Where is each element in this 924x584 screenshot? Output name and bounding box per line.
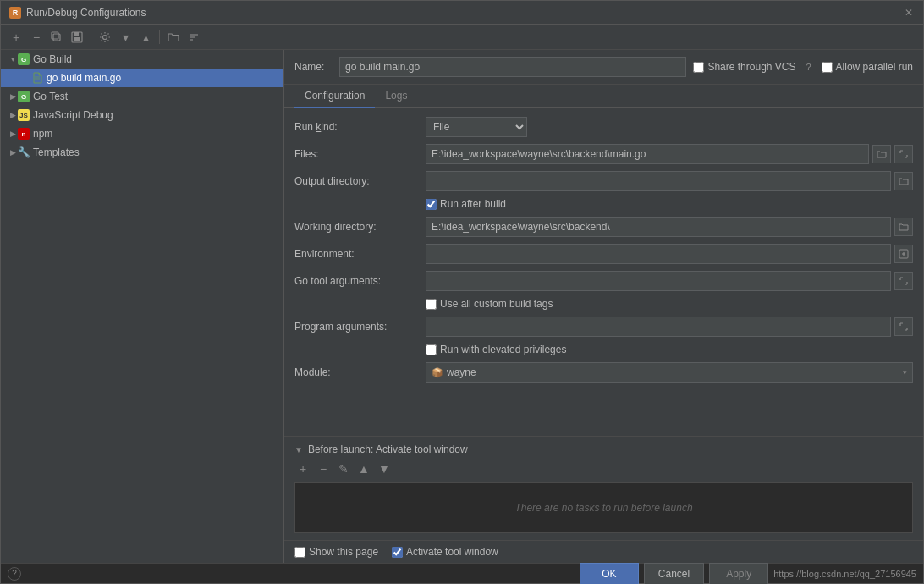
run-elevated-row: Run with elevated privileges — [426, 344, 913, 355]
chevron-up-button[interactable]: ▴ — [137, 29, 154, 46]
output-directory-input[interactable] — [426, 171, 891, 191]
templates-icon: 🔧 — [18, 146, 30, 158]
use-all-custom-checkbox[interactable] — [426, 299, 437, 310]
share-through-vcs-checkbox[interactable] — [693, 62, 704, 73]
add-configuration-button[interactable]: + — [8, 29, 25, 46]
run-kind-select[interactable]: File Directory Package — [426, 117, 527, 137]
go-file-icon — [31, 72, 43, 84]
javascript-debug-label: JavaScript Debug — [33, 109, 113, 121]
files-row: Files: — [294, 144, 913, 164]
sidebar-item-go-build-main[interactable]: ▾ go build main.go — [1, 69, 283, 87]
go-build-main-label: go build main.go — [47, 72, 121, 84]
go-test-chevron-icon: ▶ — [8, 91, 18, 102]
before-launch-collapse-button[interactable]: ▼ — [294, 445, 303, 455]
sidebar-item-javascript-debug[interactable]: ▶ JS JavaScript Debug — [1, 106, 283, 124]
files-input[interactable] — [426, 144, 869, 164]
npm-chevron-icon: ▶ — [8, 129, 18, 139]
files-expand-button[interactable] — [894, 145, 913, 163]
share-through-vcs-label[interactable]: Share through VCS — [693, 61, 795, 73]
sidebar-item-go-test[interactable]: ▶ G Go Test — [1, 87, 283, 106]
tabs: Configuration Logs — [284, 85, 923, 108]
go-tool-arguments-expand-button[interactable] — [894, 272, 913, 290]
before-launch-down-button[interactable]: ▼ — [376, 460, 393, 477]
svg-rect-3 — [74, 32, 79, 36]
show-page-text: Show this page — [309, 546, 378, 558]
go-test-icon: G — [18, 91, 30, 102]
settings-button[interactable] — [96, 29, 113, 46]
allow-parallel-label[interactable]: Allow parallel run — [822, 61, 913, 73]
go-tool-arguments-input[interactable] — [426, 271, 891, 291]
before-launch-header: ▼ Before launch: Activate tool window — [294, 444, 913, 455]
chevron-down-button[interactable]: ▾ — [117, 29, 134, 46]
go-build-main-spacer: ▾ — [21, 73, 31, 83]
show-page-checkbox[interactable] — [294, 547, 305, 558]
title-bar-left: R Run/Debug Configurations — [9, 7, 146, 19]
run-elevated-checkbox[interactable] — [426, 344, 437, 355]
content-area: ▾ G Go Build ▾ go build main.go ▶ — [1, 50, 923, 563]
cancel-button[interactable]: Cancel — [644, 563, 704, 585]
environment-label: Environment: — [294, 248, 426, 260]
before-launch-remove-button[interactable]: − — [315, 460, 332, 477]
before-launch-edit-button[interactable]: ✎ — [335, 460, 352, 477]
before-launch-add-button[interactable]: + — [294, 460, 311, 477]
title-bar: R Run/Debug Configurations ✕ — [1, 1, 923, 25]
go-tool-arguments-row: Go tool arguments: — [294, 271, 913, 291]
tab-logs[interactable]: Logs — [375, 85, 417, 108]
templates-label: Templates — [33, 146, 80, 158]
configuration-form: Run kind: File Directory Package Files: — [284, 108, 923, 436]
program-arguments-input[interactable] — [426, 317, 891, 337]
dialog-title: Run/Debug Configurations — [26, 7, 146, 19]
sidebar-item-templates[interactable]: ▶ 🔧 Templates — [1, 143, 283, 162]
working-directory-label: Working directory: — [294, 221, 426, 233]
sidebar-item-go-build[interactable]: ▾ G Go Build — [1, 50, 283, 69]
run-after-build-checkbox[interactable] — [426, 199, 437, 210]
run-debug-configurations-dialog: R Run/Debug Configurations ✕ + − ▾ ▴ — [0, 0, 924, 584]
ok-button[interactable]: OK — [580, 563, 639, 585]
svg-rect-4 — [74, 37, 80, 41]
module-dropdown-arrow-icon: ▾ — [903, 368, 907, 377]
help-button[interactable]: ? — [8, 567, 21, 581]
name-input[interactable] — [339, 57, 686, 77]
program-arguments-label: Program arguments: — [294, 321, 426, 333]
program-arguments-row: Program arguments: — [294, 317, 913, 337]
apply-button[interactable]: Apply — [709, 563, 768, 585]
js-debug-chevron-icon: ▶ — [8, 110, 18, 120]
folder-button[interactable] — [165, 29, 182, 46]
use-all-custom-row: Use all custom build tags — [426, 298, 913, 310]
svg-rect-1 — [52, 32, 58, 39]
remove-configuration-button[interactable]: − — [28, 29, 45, 46]
output-directory-folder-button[interactable] — [894, 172, 913, 190]
close-button[interactable]: ✕ — [903, 7, 915, 19]
module-value: wayne — [447, 366, 476, 378]
environment-input[interactable] — [426, 244, 891, 264]
environment-expand-button[interactable] — [894, 245, 913, 263]
working-directory-control — [426, 217, 913, 237]
save-configuration-button[interactable] — [69, 29, 85, 46]
npm-icon: n — [18, 128, 30, 140]
copy-configuration-button[interactable] — [48, 29, 65, 46]
share-info-icon[interactable]: ? — [806, 62, 811, 72]
activate-tool-label[interactable]: Activate tool window — [392, 546, 498, 558]
bottom-checkboxes: Show this page Activate tool window — [294, 546, 913, 558]
files-folder-button[interactable] — [872, 145, 891, 163]
working-directory-input[interactable] — [426, 217, 891, 237]
allow-parallel-checkbox[interactable] — [822, 62, 833, 73]
use-all-custom-label[interactable]: Use all custom build tags — [426, 298, 553, 310]
activate-tool-text: Activate tool window — [406, 546, 498, 558]
run-elevated-label[interactable]: Run with elevated privileges — [426, 344, 566, 355]
sort-button[interactable] — [185, 29, 202, 46]
module-label: Module: — [294, 366, 426, 378]
environment-control — [426, 244, 913, 264]
module-control: 📦 wayne ▾ — [426, 362, 913, 383]
module-row: Module: 📦 wayne ▾ — [294, 362, 913, 383]
name-label: Name: — [294, 61, 333, 73]
sidebar-item-npm[interactable]: ▶ n npm — [1, 124, 283, 143]
before-launch-up-button[interactable]: ▲ — [355, 460, 372, 477]
working-directory-folder-button[interactable] — [894, 218, 913, 236]
show-page-label[interactable]: Show this page — [294, 546, 378, 558]
activate-tool-checkbox[interactable] — [392, 547, 403, 558]
run-after-build-label[interactable]: Run after build — [426, 198, 506, 210]
tab-configuration[interactable]: Configuration — [294, 85, 375, 108]
program-arguments-expand-button[interactable] — [894, 317, 913, 336]
module-dropdown[interactable]: 📦 wayne ▾ — [426, 362, 913, 383]
